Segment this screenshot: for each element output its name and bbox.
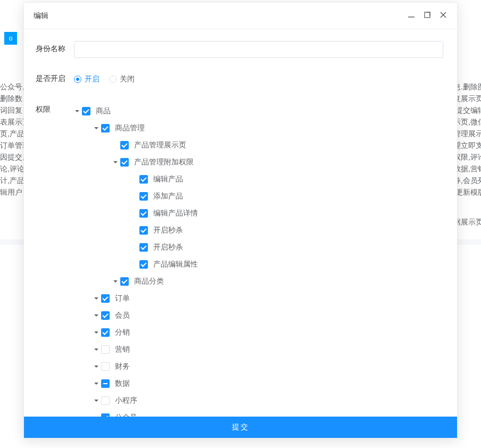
tree-row-p1: 编辑产品 bbox=[103, 171, 443, 188]
chevron-right-icon[interactable] bbox=[112, 278, 119, 285]
tree-label: 商品分类 bbox=[134, 277, 164, 286]
tree-checkbox[interactable] bbox=[139, 192, 148, 201]
tree-row-mini: 小程序 bbox=[84, 392, 443, 409]
tree-row-order: 订单 bbox=[84, 290, 443, 307]
chevron-right-icon[interactable] bbox=[93, 414, 99, 417]
tree-checkbox[interactable] bbox=[101, 413, 110, 417]
tree-row-p5: 开启秒杀 bbox=[103, 239, 443, 256]
tree-checkbox[interactable] bbox=[101, 311, 110, 320]
radio-dot-icon bbox=[74, 76, 81, 83]
tree-row-p4: 开启秒杀 bbox=[103, 222, 443, 239]
tree-row-finance: 财务 bbox=[84, 358, 443, 375]
radio-on[interactable]: 开启 bbox=[74, 74, 99, 84]
close-icon[interactable] bbox=[439, 11, 447, 21]
tree-row-data: 数据 bbox=[84, 375, 443, 392]
tree-checkbox[interactable] bbox=[101, 379, 110, 388]
tree-label: 产品编辑属性 bbox=[153, 260, 198, 269]
tree-label: 会员 bbox=[115, 311, 130, 320]
svg-rect-1 bbox=[425, 12, 430, 18]
modal-body[interactable]: 身份名称 是否开启 开启 关闭 权 bbox=[24, 29, 457, 417]
chevron-right-icon[interactable] bbox=[93, 397, 99, 404]
radio-off-label: 关闭 bbox=[120, 74, 135, 84]
chevron-down-icon[interactable] bbox=[112, 159, 119, 165]
tree-checkbox[interactable] bbox=[139, 243, 148, 252]
submit-button[interactable]: 提交 bbox=[24, 417, 457, 438]
modal-title: 编辑 bbox=[34, 11, 407, 21]
tree-checkbox[interactable] bbox=[139, 260, 148, 269]
tree-checkbox[interactable] bbox=[139, 175, 148, 184]
tree-label: 编辑产品详情 bbox=[153, 209, 198, 218]
chevron-right-icon[interactable] bbox=[93, 380, 99, 387]
tree-label: 开启秒杀 bbox=[153, 243, 183, 252]
tree-row-p6: 产品编辑属性 bbox=[103, 256, 443, 273]
tree-label: 添加产品 bbox=[153, 192, 183, 201]
name-input[interactable] bbox=[74, 41, 443, 58]
tree-checkbox[interactable] bbox=[82, 107, 90, 115]
tree-row-mg2: 产品管理附加权限 bbox=[93, 154, 443, 171]
modal-header: 编辑 bbox=[24, 3, 457, 29]
tree-label: 商品管理 bbox=[115, 123, 145, 133]
tree-label: 编辑产品 bbox=[153, 175, 183, 184]
tree-checkbox[interactable] bbox=[139, 226, 148, 235]
tree-checkbox[interactable] bbox=[139, 209, 148, 218]
bg-badge: o bbox=[4, 32, 17, 45]
tree-row-mg: 商品管理 bbox=[84, 120, 443, 137]
chevron-down-icon[interactable] bbox=[74, 108, 80, 114]
tree-checkbox[interactable] bbox=[120, 141, 129, 150]
tree-checkbox[interactable] bbox=[101, 294, 110, 303]
chevron-down-icon[interactable] bbox=[93, 125, 99, 131]
tree-row-mp: 公众号 bbox=[84, 409, 443, 417]
tree-label: 财务 bbox=[115, 362, 130, 371]
tree-checkbox[interactable] bbox=[101, 396, 110, 405]
permission-tree: 商品商品管理产品管理展示页产品管理附加权限编辑产品添加产品编辑产品详情开启秒杀开… bbox=[74, 101, 443, 417]
chevron-right-icon[interactable] bbox=[93, 363, 99, 370]
edit-modal: 编辑 身份名称 是否开启 bbox=[23, 2, 458, 438]
tree-row-p3: 编辑产品详情 bbox=[103, 205, 443, 222]
tree-label: 订单 bbox=[115, 294, 130, 303]
tree-checkbox[interactable] bbox=[120, 158, 129, 167]
tree-label: 小程序 bbox=[115, 396, 137, 405]
tree-checkbox[interactable] bbox=[101, 124, 110, 132]
tree-checkbox[interactable] bbox=[120, 277, 129, 286]
tree-label: 产品管理附加权限 bbox=[134, 157, 194, 167]
bg-left-text: 公众号,删除数词回复表展示页页,产品分订单管理因提交,论,评论计,产品辑用户 bbox=[0, 81, 20, 198]
tree-label: 产品管理展示页 bbox=[134, 140, 186, 150]
tree-row-market: 营销 bbox=[84, 341, 443, 358]
minimize-icon[interactable] bbox=[407, 11, 416, 21]
chevron-right-icon[interactable] bbox=[93, 295, 99, 302]
tree-label: 数据 bbox=[115, 379, 130, 388]
tree-label: 商品 bbox=[96, 106, 111, 116]
tree-checkbox[interactable] bbox=[101, 345, 110, 354]
label-perm: 权限 bbox=[36, 101, 74, 417]
tree-label: 营销 bbox=[115, 345, 130, 354]
tree-checkbox[interactable] bbox=[101, 362, 110, 371]
tree-row-dist: 分销 bbox=[84, 324, 443, 341]
tree-row-cat: 商品分类 bbox=[93, 273, 443, 290]
tree-row-root: 商品 bbox=[74, 103, 443, 120]
tree-label: 分销 bbox=[115, 328, 130, 337]
tree-row-member: 会员 bbox=[84, 307, 443, 324]
chevron-right-icon[interactable] bbox=[93, 346, 99, 353]
fullscreen-icon[interactable] bbox=[423, 11, 432, 21]
radio-dot-icon bbox=[109, 76, 117, 83]
chevron-right-icon[interactable] bbox=[93, 312, 99, 319]
radio-off[interactable]: 关闭 bbox=[109, 74, 135, 84]
tree-label: 公众号 bbox=[115, 413, 137, 417]
tree-checkbox[interactable] bbox=[101, 328, 110, 337]
chevron-right-icon[interactable] bbox=[93, 329, 99, 336]
tree-row-p2: 添加产品 bbox=[103, 188, 443, 205]
radio-on-label: 开启 bbox=[85, 74, 99, 84]
tree-row-mg1: 产品管理展示页 bbox=[93, 137, 443, 154]
tree-label: 开启秒杀 bbox=[153, 226, 183, 235]
label-name: 身份名称 bbox=[36, 41, 74, 58]
label-enable: 是否开启 bbox=[36, 71, 74, 88]
